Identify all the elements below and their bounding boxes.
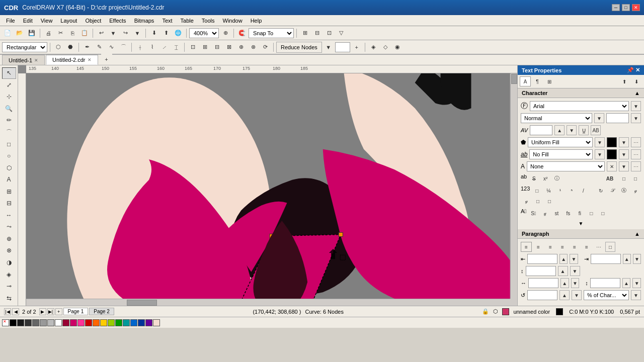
table-tool[interactable]: ⊞	[2, 186, 16, 197]
rotation-units[interactable]: % of Char...	[584, 290, 629, 300]
node-type-2[interactable]: ⌇	[146, 42, 157, 53]
swatch-pink[interactable]	[77, 319, 85, 326]
new-tab-button[interactable]: +	[101, 54, 112, 65]
para-check[interactable]: □	[605, 242, 615, 252]
scale-h-down[interactable]: ▼	[571, 278, 580, 288]
print-button[interactable]: 🖨	[43, 28, 54, 39]
underline-btn[interactable]: U̲	[579, 125, 589, 135]
scale-h-up[interactable]: ▲	[560, 278, 569, 288]
tab-untitled1[interactable]: Untitled-1 ✕	[2, 55, 45, 65]
rotation-units-arrow[interactable]: ▼	[631, 290, 641, 300]
swatch-lime[interactable]	[108, 319, 115, 326]
contextual-btn[interactable]: ℊ	[630, 186, 641, 196]
font-style-select[interactable]: Normal	[521, 113, 592, 123]
char-color-arrow[interactable]: ▼	[619, 161, 629, 171]
scale-v-input[interactable]: 100,0 %	[590, 278, 620, 288]
ellipse-tool[interactable]: ○	[2, 150, 16, 162]
menu-object[interactable]: Object	[81, 17, 105, 25]
align-center-btn[interactable]: ≡	[533, 242, 544, 252]
space-down[interactable]: ▼	[570, 266, 580, 276]
align-tool-3[interactable]: ⊟	[211, 42, 222, 53]
outline-color-box[interactable]	[607, 149, 617, 159]
kerning-input[interactable]	[530, 125, 552, 135]
nodes-more3[interactable]: ◉	[392, 42, 403, 53]
rotation-down[interactable]: ▼	[572, 290, 582, 300]
font-arrow[interactable]: ▼	[631, 101, 641, 111]
pen-tool-1[interactable]: ✒	[82, 42, 93, 53]
scale-v-down[interactable]: ▼	[632, 278, 641, 288]
caps-all-btn[interactable]: AB	[604, 173, 615, 184]
text-props-pin[interactable]: 📌	[627, 67, 634, 73]
copy-button[interactable]: ⎘	[67, 28, 78, 39]
reduce-nodes-arrow[interactable]: ▼	[323, 42, 334, 53]
fs-btn[interactable]: fs	[562, 208, 574, 218]
align-tool-6[interactable]: ⊗	[248, 42, 259, 53]
menu-file[interactable]: File	[2, 17, 19, 25]
node-type-4[interactable]: ⌶	[171, 42, 182, 53]
last-page-btn[interactable]: ▶|	[47, 308, 54, 315]
nodes-more2[interactable]: ◇	[380, 42, 391, 53]
zoom-tool[interactable]: 🔍	[2, 103, 16, 115]
transform-tool[interactable]: ⟳	[260, 42, 271, 53]
select-tool[interactable]: ↖	[2, 67, 16, 79]
swatch-gray3[interactable]	[47, 319, 54, 326]
kerning-up[interactable]: ▲	[554, 125, 565, 135]
fill-color-box[interactable]	[607, 137, 617, 147]
swash-btn[interactable]: ℊ	[521, 196, 532, 206]
indent-right-up[interactable]: ▲	[623, 254, 631, 264]
fill-options[interactable]: ⋯	[631, 137, 641, 147]
menu-layout[interactable]: Layout	[56, 17, 81, 25]
parallel-tool[interactable]: ⊟	[2, 198, 16, 209]
node-tool-2[interactable]: ⬣	[65, 42, 76, 53]
font-size-input[interactable]: 12 pt	[606, 113, 629, 123]
tab-close-2[interactable]: ✕	[88, 57, 92, 62]
horizontal-scrollbar[interactable]	[26, 299, 510, 306]
fill-dropdown[interactable]: ▼	[595, 137, 605, 147]
close-button[interactable]: ✕	[632, 4, 640, 11]
tab-publish-up[interactable]: ⬆	[619, 76, 630, 86]
align-force-btn[interactable]: ≡	[569, 242, 580, 252]
kerning-down[interactable]: ▼	[567, 125, 577, 135]
polygon-tool[interactable]: ⬡	[2, 162, 16, 173]
fill-type-select[interactable]: Uniform Fill	[528, 137, 593, 147]
vertical-scrollbar[interactable]	[510, 73, 517, 299]
align-none-btn[interactable]: ≡	[581, 242, 592, 252]
menu-effects[interactable]: Effects	[105, 17, 130, 25]
swatch-magenta[interactable]	[70, 319, 77, 326]
liga2-btn[interactable]: ℊ͕	[539, 208, 550, 218]
align-tool-4[interactable]: ⊠	[223, 42, 234, 53]
rotate-btn[interactable]: ↻	[595, 186, 606, 196]
outline-options[interactable]: ⋯	[631, 149, 641, 159]
menu-edit[interactable]: Edit	[19, 17, 37, 25]
check-sm[interactable]: □	[532, 196, 543, 206]
swatch-none[interactable]: ✕	[2, 319, 9, 326]
undo-button[interactable]: ↩	[96, 28, 107, 39]
next-page-btn[interactable]: ▶	[39, 308, 46, 315]
nodes-more1[interactable]: ◈	[368, 42, 379, 53]
menu-view[interactable]: View	[37, 17, 57, 25]
swatch-magenta-dark[interactable]	[62, 319, 69, 326]
titlebar-controls[interactable]: ─ □ ✕	[612, 4, 640, 11]
align-tool-5[interactable]: ⊕	[235, 42, 247, 53]
fill-color-arrow[interactable]: ▼	[619, 137, 629, 147]
scale-v-up[interactable]: ▲	[622, 278, 631, 288]
canvas-area[interactable]: 135 140 145 150 155 160 165 170 175 180 …	[18, 65, 517, 306]
rotation-input[interactable]: 0,0 %	[527, 290, 557, 300]
swatch-navy[interactable]	[138, 319, 145, 326]
swatch-gray2[interactable]	[40, 319, 47, 326]
zoom-plus[interactable]: ⊕	[220, 28, 231, 39]
swatch-red[interactable]	[85, 319, 92, 326]
slash-btn[interactable]: /	[578, 186, 589, 196]
superscript2-btn[interactable]: ¹	[554, 186, 566, 196]
script-btn[interactable]: 𝒮	[607, 186, 618, 196]
view-btn4[interactable]: ▽	[336, 28, 347, 39]
reduce-nodes-up[interactable]: +	[351, 42, 362, 53]
shadow-tool[interactable]: ◑	[2, 257, 16, 268]
swatch-skin[interactable]	[153, 319, 160, 326]
dimension-tool[interactable]: ↔	[2, 210, 16, 221]
interactive-tool[interactable]: ⇆	[2, 292, 16, 304]
align-tool-2[interactable]: ⊞	[199, 42, 210, 53]
rect-tool[interactable]: □	[2, 138, 16, 150]
outline-type-select[interactable]: No Fill	[529, 149, 593, 159]
menu-tools[interactable]: Tools	[198, 17, 219, 25]
